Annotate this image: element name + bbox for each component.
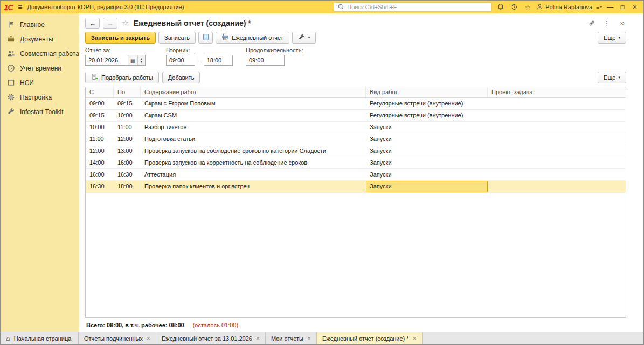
sidebar-item-4[interactable]: НСИ — [1, 75, 79, 90]
sidebar-item-3[interactable]: Учет времени — [1, 61, 79, 75]
cell-from[interactable]: 12:00 — [86, 145, 114, 157]
save-button[interactable]: Записать — [158, 32, 196, 44]
table-row[interactable]: 14:0016:00Проверка запусков на корректно… — [86, 157, 626, 169]
cell-project[interactable] — [488, 157, 626, 168]
taskbar-tab-3[interactable]: Ежедневный отчет (создание) *× — [317, 332, 423, 344]
cell-kind[interactable]: Запуски — [366, 122, 488, 133]
column-header-1[interactable]: По — [114, 87, 141, 97]
more-button-top[interactable]: Еще▾ — [598, 32, 626, 44]
user-menu[interactable]: Polina Raptanova — [536, 3, 592, 11]
table-row[interactable]: 16:0016:30АттестацияЗапуски — [86, 169, 626, 181]
sidebar-item-1[interactable]: Документы — [1, 32, 79, 46]
favorite-star-icon[interactable]: ☆ — [122, 18, 129, 28]
cell-from[interactable]: 16:00 — [86, 169, 114, 180]
tab-close-icon[interactable]: × — [256, 335, 260, 342]
close-window-button[interactable]: × — [631, 3, 639, 11]
cell-kind[interactable]: Регулярные встречи (внутренние) — [366, 110, 488, 121]
sidebar-item-5[interactable]: Настройка — [1, 90, 79, 104]
cell-content[interactable]: Подготовка статьи — [141, 133, 366, 145]
cell-to[interactable]: 16:00 — [114, 157, 141, 168]
cell-from[interactable]: 14:00 — [86, 157, 114, 168]
cell-content[interactable]: Аттестация — [141, 169, 366, 180]
cell-project[interactable] — [488, 169, 626, 180]
cell-to[interactable]: 16:30 — [114, 169, 141, 180]
sidebar-item-0[interactable]: Главное — [1, 17, 79, 32]
table-row[interactable]: 09:0009:15Скрам с Егором ПоповымРегулярн… — [86, 98, 626, 110]
pick-works-button[interactable]: Подобрать работы — [85, 72, 159, 83]
tools-dropdown-button[interactable]: ▾ — [292, 32, 316, 44]
cell-content[interactable]: Разбор тикетов — [141, 122, 366, 133]
cell-from[interactable]: 09:15 — [86, 110, 114, 121]
table-row[interactable]: 11:0012:00Подготовка статьиЗапуски — [86, 133, 626, 145]
time-from-field[interactable]: 09:00 — [166, 55, 195, 66]
cell-from[interactable]: 09:00 — [86, 98, 114, 109]
cell-project[interactable] — [488, 145, 626, 157]
service-menu-button[interactable]: ≡▾ — [596, 4, 602, 10]
back-button[interactable]: ← — [85, 18, 100, 29]
duration-field[interactable]: 09:00 — [246, 55, 285, 66]
cell-project[interactable] — [488, 122, 626, 133]
sidebar-item-6[interactable]: Infostart Toolkit — [1, 104, 79, 119]
cell-kind[interactable]: Запуски — [366, 133, 488, 145]
table-row[interactable]: 16:3018:00Проверка папок клиентов и орг.… — [86, 181, 626, 193]
tab-close-icon[interactable]: × — [413, 335, 417, 342]
cell-kind[interactable]: Запуски — [366, 145, 488, 157]
taskbar-tab-2[interactable]: Мои отчеты× — [266, 332, 317, 344]
restore-button[interactable]: □ — [618, 4, 627, 10]
report-date-field[interactable]: 20.01.2026 ▦ ▴▾ — [85, 55, 146, 66]
cell-to[interactable]: 10:00 — [114, 110, 141, 121]
cell-to[interactable]: 12:00 — [114, 133, 141, 145]
cell-to[interactable]: 11:00 — [114, 122, 141, 133]
cell-project[interactable] — [488, 110, 626, 121]
main-menu-button[interactable]: ≡ — [17, 3, 23, 11]
taskbar-tab-1[interactable]: Ежедневный отчет за 13.01.2026× — [156, 332, 266, 344]
tab-close-icon[interactable]: × — [307, 335, 311, 342]
close-form-icon[interactable]: × — [618, 19, 626, 27]
more-button-grid[interactable]: Еще▾ — [598, 72, 626, 83]
forward-button[interactable]: → — [103, 18, 117, 29]
cell-project[interactable] — [488, 181, 626, 192]
print-report-button[interactable]: Ежедневный отчет — [216, 32, 289, 44]
column-header-4[interactable]: Проект, задача — [488, 87, 626, 97]
sidebar-item-2[interactable]: Совместная работа — [1, 46, 79, 61]
cell-from[interactable]: 10:00 — [86, 122, 114, 133]
home-page-tab[interactable]: ⌂ Начальная страница — [1, 332, 79, 344]
journal-button[interactable] — [198, 32, 213, 44]
table-row[interactable]: 10:0011:00Разбор тикетовЗапуски — [86, 122, 626, 133]
cell-content[interactable]: Скрам с Егором Поповым — [141, 98, 366, 109]
taskbar-tab-0[interactable]: Отчеты подчиненных× — [79, 332, 156, 344]
cell-to[interactable]: 09:15 — [114, 98, 141, 109]
cell-content[interactable]: Проверка запусков на корректность на соб… — [141, 157, 366, 168]
link-icon[interactable] — [587, 19, 596, 27]
cell-kind[interactable]: Запуски — [366, 169, 488, 180]
minimize-button[interactable]: — — [606, 4, 614, 10]
calendar-icon[interactable]: ▦ — [128, 55, 137, 65]
notifications-bell-button[interactable] — [496, 2, 505, 12]
save-and-close-button[interactable]: Записать и закрыть — [85, 32, 156, 44]
column-header-0[interactable]: С — [86, 87, 114, 97]
cell-content[interactable]: Проверка запусков на соблюдение сроков п… — [141, 145, 366, 157]
add-row-button[interactable]: Добавить — [162, 72, 200, 83]
cell-to[interactable]: 18:00 — [114, 181, 141, 192]
date-spinner[interactable]: ▴▾ — [137, 55, 145, 65]
global-search-input[interactable]: Поиск Ctrl+Shift+F — [334, 2, 492, 12]
tab-close-icon[interactable]: × — [147, 335, 150, 342]
cell-content[interactable]: Скрам CSM — [141, 110, 366, 121]
table-row[interactable]: 09:1510:00Скрам CSMРегулярные встречи (в… — [86, 110, 626, 122]
more-actions-icon[interactable]: ⋮ — [603, 19, 611, 27]
cell-from[interactable]: 11:00 — [86, 133, 114, 145]
cell-content[interactable]: Проверка папок клиентов и орг.встреч — [141, 181, 366, 192]
favorites-star-button[interactable]: ☆ — [523, 2, 532, 12]
cell-project[interactable] — [488, 98, 626, 109]
table-row[interactable]: 12:0013:00Проверка запусков на соблюдени… — [86, 145, 626, 157]
column-header-2[interactable]: Содержание работ — [141, 87, 366, 97]
cell-project[interactable] — [488, 133, 626, 145]
time-to-field[interactable]: 18:00 — [204, 55, 233, 66]
cell-to[interactable]: 13:00 — [114, 145, 141, 157]
history-button[interactable] — [509, 2, 519, 12]
cell-kind[interactable]: Регулярные встречи (внутренние) — [366, 98, 488, 109]
column-header-3[interactable]: Вид работ — [366, 87, 488, 97]
cell-from[interactable]: 16:30 — [86, 181, 114, 192]
cell-kind[interactable]: Запуски — [366, 157, 488, 168]
cell-kind[interactable]: Запуски — [366, 181, 488, 192]
